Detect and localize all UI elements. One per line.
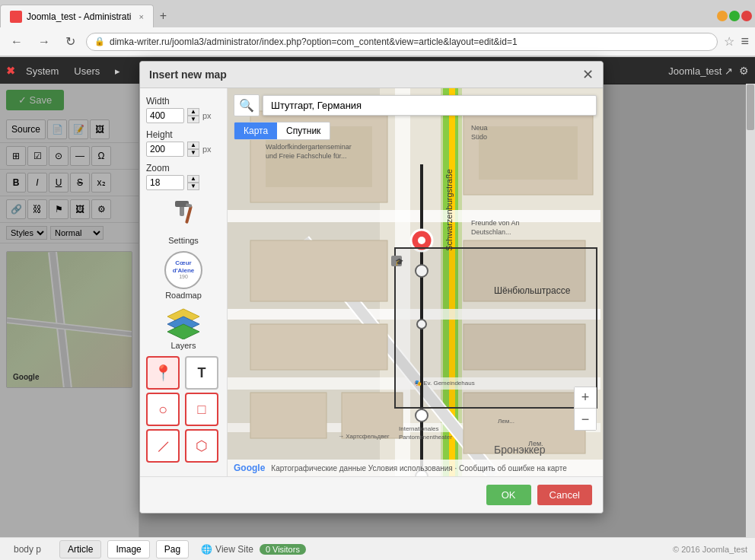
joomla-nav-system[interactable]: System [21, 65, 63, 77]
layers-icon [164, 306, 202, 339]
svg-point-39 [416, 409, 428, 422]
polygon-tool[interactable]: ⬡ [185, 429, 218, 463]
map-background: Schwarzenburgstraße Шёнбюльштрассе Бронэ… [228, 88, 603, 476]
svg-text:Pantomimentheater: Pantomimentheater [399, 434, 452, 441]
joomla-logo: ✖ [6, 65, 15, 77]
map-type-switcher: Карта Спутник [234, 122, 330, 140]
minimize-button[interactable] [717, 11, 728, 21]
scrollbar[interactable] [746, 84, 755, 537]
zoom-input[interactable] [146, 175, 184, 190]
map-type-carta[interactable]: Карта [234, 123, 277, 139]
visitors-button[interactable]: 0 Visitors [260, 544, 306, 555]
height-up[interactable]: ▲ [187, 142, 199, 149]
svg-rect-19 [228, 210, 600, 222]
settings-icon [164, 196, 202, 234]
article-tab[interactable]: Article [59, 540, 101, 558]
back-button[interactable]: ← [6, 33, 27, 50]
width-input[interactable] [146, 108, 184, 123]
map-zoom-controls: + − [574, 387, 597, 431]
svg-text:Waldorfkindergartenseminar: Waldorfkindergartenseminar [266, 143, 352, 151]
visitors-label: Visitors [272, 545, 300, 554]
modal-close-button[interactable]: ✕ [582, 68, 594, 81]
svg-text:Лем...: Лем... [498, 418, 514, 425]
tab-title: Joomla_test - Administrati [27, 11, 131, 22]
width-up[interactable]: ▲ [187, 108, 199, 116]
browser-menu-button[interactable]: ≡ [741, 33, 749, 49]
line-tool[interactable]: — [146, 429, 180, 463]
bookmark-button[interactable]: ☆ [724, 34, 734, 49]
height-label: Height [146, 129, 221, 140]
maximize-button[interactable] [729, 11, 740, 21]
width-label: Width [146, 96, 221, 107]
svg-text:Schwarzenburgstraße: Schwarzenburgstraße [444, 169, 454, 251]
height-row: ▲ ▼ px [146, 142, 221, 157]
map-search-input[interactable] [263, 95, 597, 116]
tab-bar: Joomla_test - Administrati × + [0, 0, 755, 27]
height-down[interactable]: ▼ [187, 149, 199, 157]
map-area: Schwarzenburgstraße Шёнбюльштрассе Бронэ… [228, 88, 603, 476]
close-window-button[interactable] [741, 11, 752, 21]
modal-title: Insert new map [149, 68, 227, 81]
map-footer-text: Картографические данные Условия использо… [271, 464, 566, 473]
zoom-spin: ▲ ▼ [187, 175, 199, 190]
height-input[interactable] [146, 142, 184, 157]
pin-tool[interactable]: 📍 [146, 356, 180, 390]
circle-tool[interactable]: ○ [146, 393, 180, 426]
view-area: 🌐 View Site 0 Visitors [201, 544, 306, 555]
forward-button[interactable]: → [33, 33, 55, 50]
map-svg: Schwarzenburgstraße Шёнбюльштрассе Бронэ… [228, 88, 603, 476]
svg-rect-33 [250, 393, 327, 438]
tab-close-btn[interactable]: × [139, 12, 143, 21]
height-spin: ▲ ▼ [187, 142, 199, 157]
insert-map-modal: Insert new map ✕ Width ▲ ▼ px Height [139, 61, 604, 514]
browser-tab[interactable]: Joomla_test - Administrati × [0, 5, 154, 27]
joomla-nav-more[interactable]: ▸ [110, 65, 125, 77]
svg-text:Лем.: Лем. [528, 440, 543, 447]
scrollbar-thumb[interactable] [747, 84, 754, 130]
joomla-site-link[interactable]: Joomla_test ↗ [668, 65, 733, 77]
joomla-right-area: Joomla_test ↗ ⚙ [668, 65, 749, 77]
width-field-group: Width ▲ ▼ px [146, 96, 221, 123]
zoom-in-button[interactable]: + [575, 387, 596, 409]
cancel-button[interactable]: Cancel [537, 485, 592, 505]
zoom-field-group: Zoom ▲ ▼ [146, 163, 221, 190]
copyright: © 2016 Joomla_test [673, 545, 747, 554]
new-tab-button[interactable]: + [154, 6, 173, 26]
tool-icon-grid: 📍 T ○ □ — ⬡ [146, 356, 221, 463]
joomla-nav-users[interactable]: Users [69, 65, 104, 77]
status-bar: body p Article Image Pag 🌐 View Site 0 V… [0, 537, 755, 560]
rectangle-tool[interactable]: □ [185, 393, 218, 426]
zoom-up[interactable]: ▲ [187, 175, 199, 183]
page-tab[interactable]: Pag [156, 540, 189, 558]
text-tool[interactable]: T [185, 356, 218, 390]
modal-body: Width ▲ ▼ px Height ▲ ▼ [140, 88, 603, 476]
layers-tool[interactable]: Layers [146, 306, 221, 350]
address-bar[interactable]: 🔒 dimka-writer.ru/joomla3/administrator/… [86, 33, 718, 51]
map-type-satellite[interactable]: Спутник [277, 123, 330, 139]
svg-point-42 [418, 237, 425, 244]
image-tab[interactable]: Image [107, 540, 149, 558]
settings-tool[interactable]: Settings [146, 196, 221, 245]
width-spin: ▲ ▼ [187, 108, 199, 123]
modal-left-panel: Width ▲ ▼ px Height ▲ ▼ [140, 88, 228, 476]
map-search-button[interactable]: 🔍 [234, 94, 260, 116]
refresh-button[interactable]: ↻ [61, 33, 80, 50]
zoom-down[interactable]: ▼ [187, 183, 199, 190]
tab-favicon [10, 11, 22, 23]
gear-icon[interactable]: ⚙ [739, 65, 749, 77]
ok-button[interactable]: OK [486, 485, 531, 505]
line-icon: — [152, 435, 174, 457]
zoom-out-button[interactable]: − [575, 409, 596, 430]
view-site-icon: 🌐 [201, 544, 212, 555]
status-tabs: Article Image Pag [59, 540, 189, 558]
nav-bar: ← → ↻ 🔒 dimka-writer.ru/joomla3/administ… [0, 27, 755, 56]
svg-rect-6 [185, 205, 193, 224]
width-row: ▲ ▼ px [146, 108, 221, 123]
view-site-button[interactable]: 🌐 View Site [201, 544, 253, 555]
width-down[interactable]: ▼ [187, 116, 199, 123]
modal-header: Insert new map ✕ [140, 62, 603, 88]
pin-icon: 📍 [154, 364, 173, 382]
roadmap-tool[interactable]: Cœur d'Alene 190 Roadmap [146, 251, 221, 300]
svg-rect-31 [250, 324, 387, 370]
svg-rect-34 [342, 393, 403, 438]
